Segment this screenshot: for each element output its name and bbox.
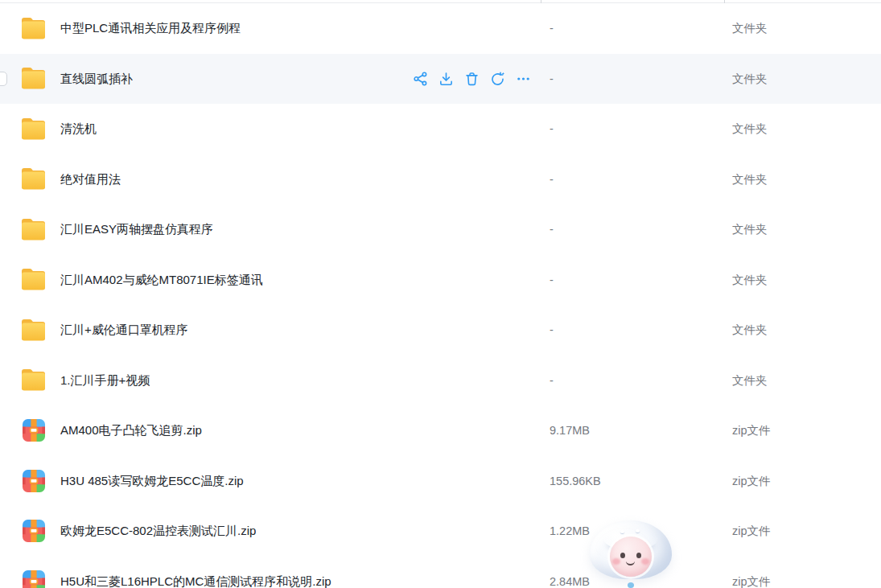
file-size: - <box>550 122 554 135</box>
table-row[interactable]: 汇川+威伦通口罩机程序 - 文件夹 <box>0 305 881 356</box>
file-size: - <box>550 22 554 35</box>
mascot-blush <box>641 558 649 565</box>
file-name[interactable]: 1.汇川手册+视频 <box>60 372 150 388</box>
more-icon[interactable] <box>516 71 531 86</box>
file-type: 文件夹 <box>732 372 768 388</box>
file-name[interactable]: 汇川+威伦通口罩机程序 <box>60 323 188 338</box>
file-size: - <box>550 173 554 186</box>
folder-icon <box>20 67 47 91</box>
folder-icon <box>20 268 47 292</box>
file-size: - <box>550 374 554 387</box>
table-row[interactable]: 汇川AM402与威纶MT8071IE标签通讯 - 文件夹 <box>0 255 881 306</box>
file-name[interactable]: AM400电子凸轮飞追剪.zip <box>60 423 202 438</box>
row-actions <box>413 71 531 86</box>
mascot-helmet-dot <box>620 530 624 533</box>
folder-icon <box>20 368 47 393</box>
table-row[interactable]: 直线圆弧插补 - 文件夹 <box>0 54 881 105</box>
file-type: zip文件 <box>732 473 771 488</box>
mascot-blush <box>612 558 620 565</box>
file-name[interactable]: 欧姆龙E5CC-802温控表测试汇川.zip <box>60 524 256 539</box>
mascot-helmet <box>590 520 672 579</box>
mascot-helmet-dot <box>636 529 640 532</box>
file-type: 文件夹 <box>732 121 768 137</box>
convert-icon[interactable] <box>490 71 505 86</box>
table-row[interactable]: 中型PLC通讯相关应用及程序例程 - 文件夹 <box>0 3 881 54</box>
file-size: - <box>550 72 554 85</box>
file-type: 文件夹 <box>732 222 768 237</box>
table-row[interactable]: AM400电子凸轮飞追剪.zip 9.17MB zip文件 <box>0 405 881 456</box>
file-type: 文件夹 <box>732 71 768 86</box>
table-row[interactable]: 绝对值用法 - 文件夹 <box>0 154 881 205</box>
file-type: zip文件 <box>732 423 771 438</box>
file-name[interactable]: H5U和三菱L16HPLC的MC通信测试程序和说明.zip <box>60 574 331 588</box>
table-row[interactable]: H5U和三菱L16HPLC的MC通信测试程序和说明.zip 2.84MB zip… <box>0 557 881 588</box>
mascot-eye <box>620 553 625 558</box>
folder-icon <box>20 318 47 342</box>
file-type: 文件夹 <box>732 171 768 187</box>
table-row[interactable]: 欧姆龙E5CC-802温控表测试汇川.zip 1.22MB zip文件 <box>0 506 881 557</box>
folder-icon <box>20 117 47 141</box>
zip-file-icon <box>20 569 47 588</box>
file-name[interactable]: 直线圆弧插补 <box>60 71 133 86</box>
table-row[interactable]: 1.汇川手册+视频 - 文件夹 <box>0 356 881 406</box>
file-name[interactable]: 中型PLC通讯相关应用及程序例程 <box>60 21 241 36</box>
file-size: 155.96KB <box>550 475 601 487</box>
mascot-assistant[interactable] <box>590 520 672 588</box>
row-checkbox[interactable] <box>0 72 7 86</box>
download-icon[interactable] <box>438 71 454 86</box>
zip-file-icon <box>20 418 47 442</box>
file-size: 1.22MB <box>550 524 590 537</box>
share-icon[interactable] <box>413 71 428 86</box>
zip-file-icon <box>20 469 47 493</box>
file-size: 2.84MB <box>550 575 590 588</box>
file-name[interactable]: 清洗机 <box>60 121 97 137</box>
mascot-mouth <box>626 558 635 565</box>
folder-icon <box>20 16 47 40</box>
table-row[interactable]: 清洗机 - 文件夹 <box>0 104 881 154</box>
file-size: - <box>550 323 554 336</box>
file-name[interactable]: 汇川AM402与威纶MT8071IE标签通讯 <box>60 272 263 287</box>
table-row[interactable]: 汇川EASY两轴摆盘仿真程序 - 文件夹 <box>0 204 881 255</box>
file-type: zip文件 <box>732 574 771 588</box>
file-name[interactable]: 绝对值用法 <box>60 171 121 187</box>
file-size: 9.17MB <box>550 424 590 437</box>
mascot-face <box>610 537 652 577</box>
file-list: 中型PLC通讯相关应用及程序例程 - 文件夹 直线圆弧插补 <box>0 3 881 588</box>
mascot-body-dot <box>628 582 634 588</box>
folder-icon <box>20 217 47 241</box>
file-size: - <box>550 223 554 236</box>
file-type: 文件夹 <box>732 272 768 287</box>
file-name[interactable]: H3U 485读写欧姆龙E5CC温度.zip <box>60 473 244 488</box>
table-row[interactable]: H3U 485读写欧姆龙E5CC温度.zip 155.96KB zip文件 <box>0 456 881 507</box>
mascot-eye <box>636 553 641 558</box>
file-type: zip文件 <box>732 524 771 539</box>
zip-file-icon <box>20 519 47 543</box>
file-type: 文件夹 <box>732 323 768 338</box>
folder-icon <box>20 167 47 191</box>
file-size: - <box>550 273 554 286</box>
delete-icon[interactable] <box>464 71 480 86</box>
file-name[interactable]: 汇川EASY两轴摆盘仿真程序 <box>60 222 213 237</box>
file-type: 文件夹 <box>732 21 768 36</box>
